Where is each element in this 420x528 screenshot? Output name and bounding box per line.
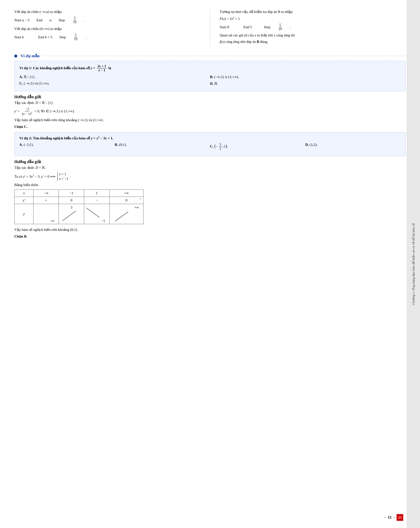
page-number-box: 15 <box>397 514 403 521</box>
chon-b: Chọn B. <box>14 234 406 239</box>
huong-dan-1-title: Hướng dẫn giải <box>14 95 406 99</box>
fraction-2: 5 19 <box>73 33 78 41</box>
arrow-up-svg-2 <box>114 210 131 222</box>
table-header-yprime: y′ <box>15 197 34 204</box>
table-cell-y-neg1: −1 <box>84 204 110 224</box>
tap-xac-dinh-1: Tập xác định: D = ℝ \ {1}. <box>14 101 406 105</box>
top-right-line4: Quan sát các giá trị của x ta thấy khi x… <box>220 33 406 37</box>
huong-dan-2-title: Hướng dẫn giải <box>14 159 406 164</box>
example-2-box: Ví dụ 2: Tìm khoảng nghịch biến của hàm … <box>14 132 406 156</box>
example2-option-d: D. (1;2). <box>306 142 401 151</box>
svg-line-0 <box>62 211 76 221</box>
table-cell-y-pinf: +∞ <box>110 204 144 224</box>
table-cell-y-3: 3 <box>59 204 84 224</box>
top-right-line5: f(x) càng tăng nên đáp án B đúng. <box>220 40 406 44</box>
bullet-icon <box>14 55 17 58</box>
table-cell-yprime-minus: − <box>84 197 110 204</box>
top-left-line1: Với đáp án chứa (−∞;a) ta nhập: <box>14 10 200 14</box>
example1-function-frac: 2x + 1 x − 1 <box>97 64 106 72</box>
right-sidebar: Chương 1: Ứng dụng đạo hàm để khảo sát v… <box>407 0 420 528</box>
table-header-x: x <box>15 189 34 197</box>
example-1-title: Ví dụ 1: Các khoảng nghịch biến của hàm … <box>19 64 401 72</box>
section-title-vi-du-mau: Ví dụ mẫu <box>14 53 406 59</box>
step-label-2: Step <box>59 35 66 39</box>
page-number-dash: - <box>384 515 386 520</box>
arrow-down-svg <box>85 205 102 219</box>
table-cell-yprime-0a: 0 <box>59 197 84 204</box>
svg-line-2 <box>115 212 128 221</box>
chapter-vertical-text: Chương 1: Ứng dụng đạo hàm để khảo sát v… <box>411 223 416 305</box>
table-cell-x-pinf: +∞ <box>110 189 144 197</box>
table-cell-y-minf: −∞ <box>34 204 59 224</box>
bang-bien-thien-label: Bảng biến thiên <box>14 183 406 187</box>
example1-option-c: C. (−∞;1) và (1;+∞). <box>19 81 210 86</box>
svg-line-1 <box>86 208 100 217</box>
table-row-yprime: y′ + 0 − 0 + <box>15 197 144 204</box>
top-left: Với đáp án chứa (−∞;a) ta nhập: Start a … <box>14 10 210 46</box>
ket-luan-2: Vậy hàm số nghịch biến trên khoảng (0;1)… <box>14 228 406 232</box>
page: Với đáp án chứa (−∞;a) ta nhập: Start a … <box>0 0 420 528</box>
top-section: Với đáp án chứa (−∞;a) ta nhập: Start a … <box>14 10 406 46</box>
table-header-y: y <box>15 204 34 224</box>
example1-option-b: B. (−∞;1) ∪ (1;+∞). <box>210 74 401 80</box>
fraction-1: 5 19 <box>72 16 77 24</box>
example1-option-a: A. ℝ \ {1}. <box>19 74 210 80</box>
bien-thien-table: x −∞ −1 1 +∞ y′ + 0 − 0 + y −∞ <box>14 189 144 224</box>
ta-co-2: Ta có y′ = 3x2 − 3, y′ = 0 ⟺ x = 1 x = −… <box>14 172 406 181</box>
example1-options: A. ℝ \ {1}. B. (−∞;1) ∪ (1;+∞). <box>19 74 401 80</box>
example2-option-a: A. (−2;1). <box>19 142 115 151</box>
top-right-line2: F(x) = 2x4 + 1 <box>220 16 406 21</box>
dao-ham-1: y′ = −3 (x − 1)2 < 0, ∀x ∈ (−∞;1) ∪ (1;+… <box>14 107 406 116</box>
top-right: Tương tự như vậy, để kiểm tra đáp án B t… <box>210 10 406 46</box>
huong-dan-1-section: Hướng dẫn giải Tập xác định: D = ℝ \ {1}… <box>14 95 406 122</box>
bien-thien-table-container: x −∞ −1 1 +∞ y′ + 0 − 0 + y −∞ <box>14 189 406 224</box>
page-number-dash2: - <box>393 515 395 520</box>
top-left-line2: Start a − 5 End a Step 5 19 . <box>14 16 200 24</box>
arrow-up-svg <box>61 209 78 222</box>
tap-xac-dinh-2: Tập xác định: D = ℝ. <box>14 166 406 170</box>
top-left-line3: Với đáp án chứa (b;+∞) ta nhập: <box>14 27 200 31</box>
example2-option-c: C. (− 3 2 ;1). <box>210 142 306 151</box>
page-number: - 15 - 15 <box>384 514 403 521</box>
table-row-y: y −∞ 3 −1 +∞ <box>15 204 144 224</box>
example1-option-d: D. ℝ. <box>210 81 401 86</box>
example2-options-row1: A. (−2;1). B. (0;1). C. (− 3 2 ;1). D. (… <box>19 142 401 151</box>
example-1-box: Ví dụ 1: Các khoảng nghịch biến của hàm … <box>14 61 406 91</box>
ket-luan-1: Vậy hàm số nghịch biến trên từng khoảng … <box>14 118 406 122</box>
example1-options-row2: C. (−∞;1) và (1;+∞). D. ℝ. <box>19 81 401 86</box>
top-right-line3: Start 0 End 5 Step 5 19 . <box>220 23 406 31</box>
example-2-title: Ví dụ 2: Tìm khoảng nghịch biến của hàm … <box>19 136 401 140</box>
huong-dan-2-section: Hướng dẫn giải Tập xác định: D = ℝ. Ta c… <box>14 159 406 239</box>
step-label-1: Step <box>59 18 65 22</box>
top-left-line4: Start b End b + 5 Step 5 19 . <box>14 33 200 41</box>
top-right-line1: Tương tự như vậy, để kiểm tra đáp án B t… <box>220 10 406 14</box>
table-cell-x-minf: −∞ <box>34 189 59 197</box>
chon-c: Chọn C. <box>14 124 406 129</box>
dao-ham-frac: −3 (x − 1)2 <box>22 107 33 116</box>
table-row-x: x −∞ −1 1 +∞ <box>15 189 144 197</box>
example2-c-frac: 3 2 <box>219 143 222 151</box>
table-cell-yprime-0b: 0 + <box>110 197 144 204</box>
table-cell-yprime-1: + <box>34 197 59 204</box>
table-cell-x-neg1: −1 <box>59 189 84 197</box>
table-cell-x-1: 1 <box>84 189 110 197</box>
example2-option-b: B. (0;1). <box>115 142 210 151</box>
fraction-3: 5 19 <box>278 23 282 31</box>
